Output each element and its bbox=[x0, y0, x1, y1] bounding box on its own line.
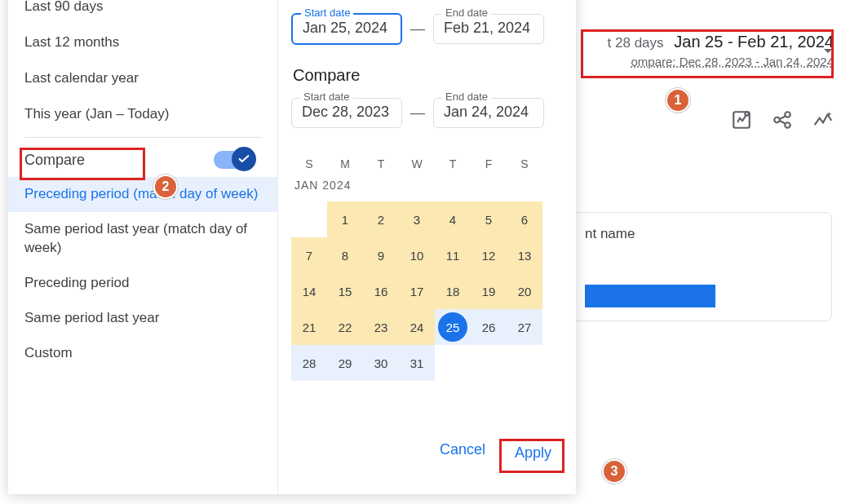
calendar-day[interactable]: 4 bbox=[435, 201, 471, 237]
compare-start-date-input[interactable]: Start date Dec 28, 2023 bbox=[291, 98, 402, 128]
chevron-down-icon bbox=[824, 49, 832, 53]
calendar-day[interactable]: 30 bbox=[363, 345, 399, 381]
compare-end-label: End date bbox=[442, 91, 491, 103]
calendar-day[interactable]: 8 bbox=[327, 237, 363, 273]
preset-last-calendar-year[interactable]: Last calendar year bbox=[8, 60, 277, 96]
compare-opt-same-ly-dow[interactable]: Same period last year (match day of week… bbox=[8, 212, 277, 266]
compare-end-date-input[interactable]: End date Jan 24, 2024 bbox=[433, 98, 544, 128]
calendar-day[interactable]: 19 bbox=[471, 273, 507, 309]
calendar-day[interactable]: 17 bbox=[399, 273, 435, 309]
date-picker-panel: Last 90 days Last 12 months Last calenda… bbox=[8, 0, 576, 494]
calendar-grid: 1234567891011121314151617181920212223242… bbox=[291, 201, 563, 381]
calendar-day[interactable]: 22 bbox=[327, 309, 363, 345]
calendar-day[interactable]: 29 bbox=[327, 345, 363, 381]
cancel-button[interactable]: Cancel bbox=[440, 441, 485, 465]
end-date-input[interactable]: End date Feb 21, 2024 bbox=[433, 14, 544, 44]
calendar-day[interactable]: 25 bbox=[435, 309, 471, 345]
annotation-marker-1: 1 bbox=[666, 88, 690, 113]
calendar-day[interactable]: 27 bbox=[507, 309, 542, 345]
calendar-day[interactable]: 31 bbox=[399, 345, 435, 381]
calendar-day[interactable]: 14 bbox=[291, 273, 327, 309]
calendar-day[interactable]: 16 bbox=[363, 273, 399, 309]
compare-toggle[interactable] bbox=[214, 151, 253, 169]
compare-summary: ompare: Dec 28, 2023 - Jan 24, 2024 bbox=[608, 55, 834, 69]
calendar-day[interactable]: 11 bbox=[435, 237, 471, 273]
compare-opt-same-ly[interactable]: Same period last year bbox=[8, 301, 277, 336]
weekday-header: S M T W T F S bbox=[291, 157, 563, 170]
annotation-marker-2: 2 bbox=[153, 175, 178, 199]
dash-separator: — bbox=[410, 104, 425, 122]
calendar-day[interactable]: 9 bbox=[363, 237, 399, 273]
annotation-marker-3: 3 bbox=[602, 459, 626, 484]
start-date-input[interactable]: Start date Jan 25, 2024 bbox=[291, 13, 402, 45]
calendar-day[interactable]: 6 bbox=[507, 201, 542, 237]
start-date-value: Jan 25, 2024 bbox=[303, 20, 391, 37]
date-range-summary[interactable]: t 28 days Jan 25 - Feb 21, 2024 ompare: … bbox=[608, 33, 834, 69]
calendar-day[interactable]: 20 bbox=[507, 273, 542, 309]
apply-button[interactable]: Apply bbox=[508, 441, 558, 465]
compare-section-title: Compare bbox=[293, 66, 563, 85]
dow-fri: F bbox=[471, 157, 507, 170]
calendar: S M T W T F S JAN 2024 12345678910111213… bbox=[291, 157, 563, 381]
calendar-day[interactable]: 2 bbox=[363, 201, 399, 237]
insights-icon[interactable] bbox=[812, 109, 834, 134]
calendar-pane: Start date Jan 25, 2024 — End date Feb 2… bbox=[277, 0, 576, 494]
svg-point-2 bbox=[774, 117, 780, 123]
compare-toggle-row: Compare bbox=[8, 143, 277, 177]
compare-end-value: Jan 24, 2024 bbox=[444, 104, 533, 121]
calendar-day[interactable]: 12 bbox=[471, 237, 507, 273]
check-icon bbox=[232, 147, 256, 171]
dow-sun: S bbox=[291, 157, 327, 170]
customize-icon[interactable] bbox=[731, 109, 752, 134]
dow-tue: T bbox=[363, 157, 399, 170]
calendar-day[interactable]: 21 bbox=[291, 309, 327, 345]
end-date-value: Feb 21, 2024 bbox=[444, 20, 533, 37]
dash-separator: — bbox=[410, 20, 425, 38]
column-label: nt name bbox=[585, 226, 818, 242]
compare-start-value: Dec 28, 2023 bbox=[302, 104, 392, 121]
dow-mon: M bbox=[327, 157, 363, 170]
calendar-day[interactable]: 15 bbox=[327, 273, 363, 309]
compare-opt-custom[interactable]: Custom bbox=[8, 336, 277, 371]
month-label: JAN 2024 bbox=[294, 179, 563, 192]
bar-segment bbox=[585, 285, 715, 307]
svg-point-4 bbox=[785, 122, 790, 128]
compare-opt-preceding[interactable]: Preceding period bbox=[8, 266, 277, 301]
start-date-label: Start date bbox=[301, 7, 353, 19]
compare-start-label: Start date bbox=[300, 91, 352, 103]
share-icon[interactable] bbox=[772, 109, 793, 134]
divider bbox=[24, 137, 261, 138]
preset-this-year[interactable]: This year (Jan – Today) bbox=[8, 96, 277, 132]
calendar-day[interactable]: 23 bbox=[363, 309, 399, 345]
preset-last-12-months[interactable]: Last 12 months bbox=[8, 24, 277, 60]
footer: Cancel Apply bbox=[291, 431, 563, 484]
svg-point-1 bbox=[745, 112, 748, 115]
calendar-day[interactable]: 26 bbox=[471, 309, 507, 345]
dow-thu: T bbox=[435, 157, 471, 170]
calendar-day[interactable]: 10 bbox=[399, 237, 435, 273]
calendar-day[interactable]: 3 bbox=[399, 201, 435, 237]
calendar-day bbox=[291, 201, 327, 237]
calendar-day[interactable]: 5 bbox=[471, 201, 507, 237]
calendar-day[interactable]: 7 bbox=[291, 237, 327, 273]
calendar-day[interactable]: 1 bbox=[327, 201, 363, 237]
dow-wed: W bbox=[399, 157, 435, 170]
end-date-label: End date bbox=[442, 7, 491, 19]
calendar-day[interactable]: 13 bbox=[507, 237, 542, 273]
compare-opt-preceding-dow[interactable]: Preceding period (match day of week) bbox=[8, 177, 277, 212]
dow-sat: S bbox=[507, 157, 542, 170]
preset-list: Last 90 days Last 12 months Last calenda… bbox=[8, 0, 277, 494]
calendar-day[interactable]: 24 bbox=[399, 309, 435, 345]
compare-options: Preceding period (match day of week) Sam… bbox=[8, 177, 277, 371]
range-prefix: t 28 days bbox=[608, 35, 664, 51]
content-card: nt name bbox=[571, 212, 832, 321]
compare-label: Compare bbox=[24, 152, 85, 169]
calendar-day[interactable]: 28 bbox=[291, 345, 327, 381]
range-dates: Jan 25 - Feb 21, 2024 bbox=[674, 33, 834, 51]
svg-point-3 bbox=[785, 112, 790, 117]
calendar-day[interactable]: 18 bbox=[435, 273, 471, 309]
preset-last-90-days[interactable]: Last 90 days bbox=[8, 0, 277, 24]
